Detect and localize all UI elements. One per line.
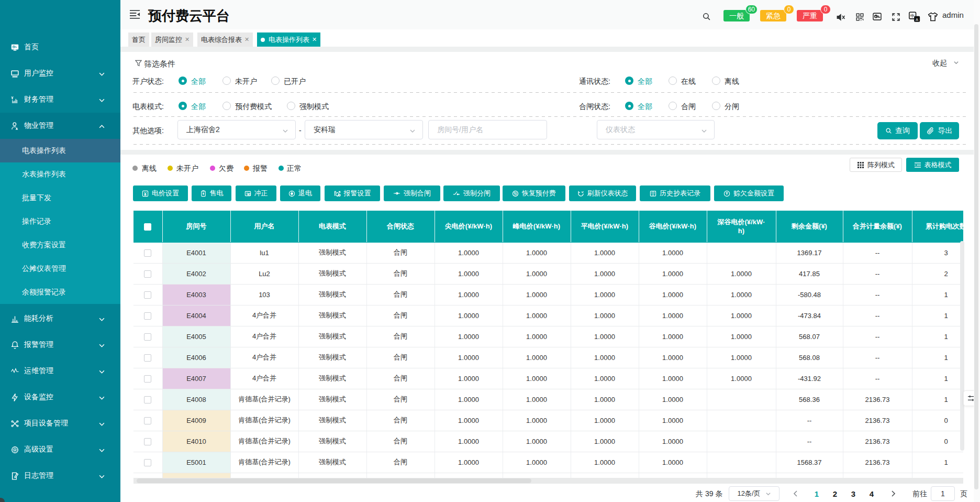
svg-text:预: 预 — [514, 191, 518, 196]
svg-text:中: 中 — [910, 13, 915, 18]
